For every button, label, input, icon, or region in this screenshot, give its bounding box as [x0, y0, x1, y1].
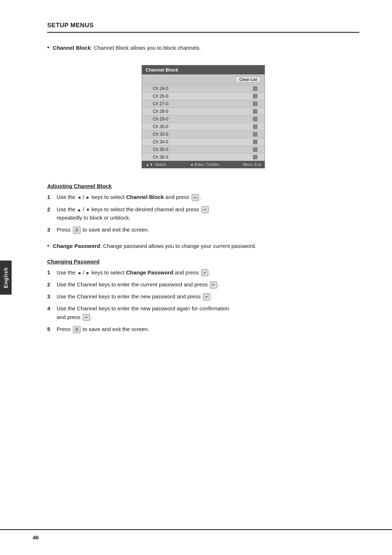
cp-step-1-content: Use the ◄ / ► keys to select Change Pass… — [57, 268, 359, 277]
left-arrow-icon: ◄ — [77, 195, 81, 200]
cp-enter-key-1: ↵ — [201, 269, 208, 277]
cb-footer: ▲▼ :Select ◄ Enter: Confirm Menu: Exit — [142, 161, 265, 168]
cp-enter-key-3: ↵ — [203, 293, 210, 301]
cp-right-arrow-icon: ► — [86, 270, 90, 275]
cp-step-3-content: Use the Channel keys to enter the new pa… — [57, 292, 359, 301]
cp-menu-key-icon: ☰ — [73, 326, 81, 333]
step-3-num: 3 — [47, 225, 53, 234]
cp-enter-key-4: ↵ — [83, 314, 90, 321]
step-2-content: Use the ▲ / ▼ keys to select the desired… — [57, 205, 359, 222]
cb-title-bar: Channel Block — [142, 65, 265, 74]
cb-channel-row: Ch 36-0 — [142, 153, 265, 161]
channel-block-steps: 1 Use the ◄ / ► keys to select Channel B… — [47, 193, 359, 234]
cp-step-1-num: 1 — [47, 268, 53, 277]
enter-key-icon-2: ↵ — [201, 206, 209, 213]
cp-step-2-content: Use the Channel keys to enter the curren… — [57, 280, 359, 289]
cp-step-5-num: 5 — [47, 325, 53, 333]
cp-left-arrow-icon: ◄ — [77, 270, 81, 275]
cb-channel-row: Ch 28-0 — [142, 107, 265, 115]
cb-checkbox[interactable] — [253, 102, 257, 106]
cp-step-4-content: Use the Channel keys to enter the new pa… — [57, 304, 359, 321]
channel-block-intro: • Channel Block: Channel Block allows yo… — [47, 44, 359, 52]
cb-checkbox[interactable] — [253, 117, 257, 121]
cb-channel-row: Ch 27-0 — [142, 100, 265, 107]
cb-checkbox[interactable] — [253, 140, 257, 144]
cb-checkbox[interactable] — [253, 125, 257, 129]
down-arrow-icon: ▼ — [86, 207, 90, 212]
cb-toolbar: Clear List — [142, 74, 265, 85]
change-password-intro-text: Change Password: Change password allows … — [53, 242, 256, 250]
change-password-ref: Change Password — [126, 269, 173, 276]
step-1-num: 1 — [47, 193, 53, 201]
cb-channel-row: Ch 24-0 — [142, 85, 265, 92]
clear-list-button[interactable]: Clear List — [235, 76, 261, 83]
cp-step-1: 1 Use the ◄ / ► keys to select Change Pa… — [47, 268, 359, 277]
cb-footer-enter: ◄ Enter: Confirm — [190, 162, 219, 167]
right-arrow-icon: ► — [86, 195, 90, 200]
channel-block-bold: Channel Block — [53, 45, 91, 51]
cp-step-5-content: Press ☰ to save and exit the screen. — [57, 325, 359, 333]
change-password-intro: • Change Password: Change password allow… — [47, 242, 359, 250]
cb-channel-row: Ch 29-0 — [142, 115, 265, 123]
changing-password-heading: Changing Password — [47, 258, 359, 265]
up-arrow-icon: ▲ — [77, 207, 81, 212]
adjusting-channel-block-heading: Adjusting Channel Block — [47, 183, 359, 189]
cb-channel-row: Ch 30-0 — [142, 123, 265, 130]
step-3: 3 Press ☰ to save and exit the screen. — [47, 225, 359, 234]
cb-channel-row: Ch 34-0 — [142, 138, 265, 146]
step-3-content: Press ☰ to save and exit the screen. — [57, 225, 359, 234]
cp-step-4: 4 Use the Channel keys to enter the new … — [47, 304, 359, 321]
channel-block-ui-wrapper: Channel Block Clear List Ch 24-0Ch 26-0C… — [47, 58, 359, 175]
cp-step-3-num: 3 — [47, 292, 53, 301]
cb-channel-row: Ch 26-0 — [142, 92, 265, 100]
cb-footer-select: ▲▼ :Select — [146, 162, 166, 167]
channel-block-intro-text: Channel Block: Channel Block allows you … — [53, 44, 201, 52]
menu-key-icon: ☰ — [73, 227, 81, 234]
bullet-dot: • — [47, 44, 49, 51]
step-1: 1 Use the ◄ / ► keys to select Channel B… — [47, 193, 359, 201]
enter-key-icon: ↵ — [192, 194, 199, 201]
cp-enter-key-2: ↵ — [210, 281, 217, 289]
cp-step-5: 5 Press ☰ to save and exit the screen. — [47, 325, 359, 333]
cb-checkbox[interactable] — [253, 109, 257, 114]
cp-step-2-num: 2 — [47, 280, 53, 289]
bullet-dot-2: • — [47, 242, 49, 249]
change-password-steps: 1 Use the ◄ / ► keys to select Change Pa… — [47, 268, 359, 334]
page-footer: 46 — [0, 529, 392, 540]
step-2: 2 Use the ▲ / ▼ keys to select the desir… — [47, 205, 359, 222]
change-password-bold: Change Password — [53, 243, 100, 249]
cp-step-3: 3 Use the Channel keys to enter the new … — [47, 292, 359, 301]
cb-channel-list: Ch 24-0Ch 26-0Ch 27-0Ch 28-0Ch 29-0Ch 30… — [142, 85, 265, 161]
cb-footer-menu: Menu: Exit — [243, 162, 261, 167]
cb-checkbox[interactable] — [253, 147, 257, 152]
cb-channel-row: Ch 33-0 — [142, 130, 265, 138]
cp-step-4-num: 4 — [47, 304, 53, 313]
cb-checkbox[interactable] — [253, 132, 257, 136]
section-title: SETUP MENUS — [47, 22, 359, 33]
channel-block-ref: Channel Block — [126, 194, 164, 200]
step-1-content: Use the ◄ / ► keys to select Channel Blo… — [57, 193, 359, 201]
step-2-num: 2 — [47, 205, 53, 213]
cb-channel-row: Ch 35-0 — [142, 146, 265, 153]
cp-step-2: 2 Use the Channel keys to enter the curr… — [47, 280, 359, 289]
page-number: 46 — [33, 534, 39, 540]
channel-block-ui: Channel Block Clear List Ch 24-0Ch 26-0C… — [142, 65, 265, 168]
cb-checkbox[interactable] — [253, 86, 257, 91]
cb-checkbox[interactable] — [253, 94, 257, 98]
cb-checkbox[interactable] — [253, 155, 257, 159]
